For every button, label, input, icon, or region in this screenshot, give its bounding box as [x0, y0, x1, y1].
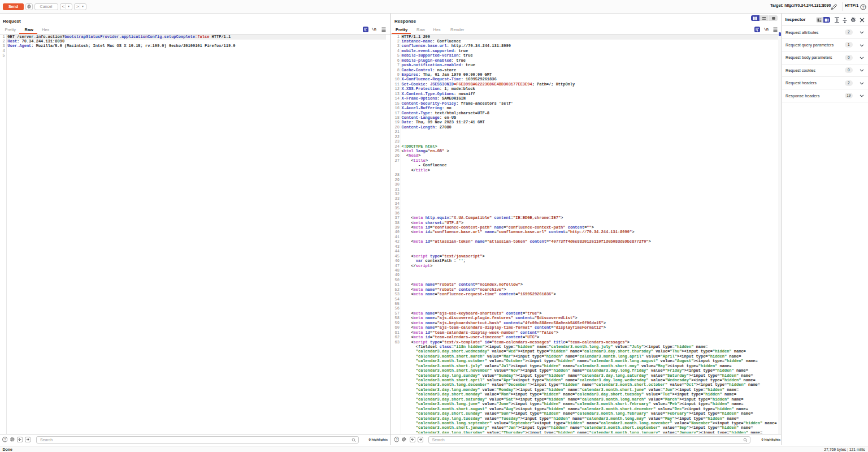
svg-text:?: ? [4, 438, 6, 441]
svg-text:?: ? [862, 5, 864, 9]
svg-text:?: ? [396, 438, 397, 441]
